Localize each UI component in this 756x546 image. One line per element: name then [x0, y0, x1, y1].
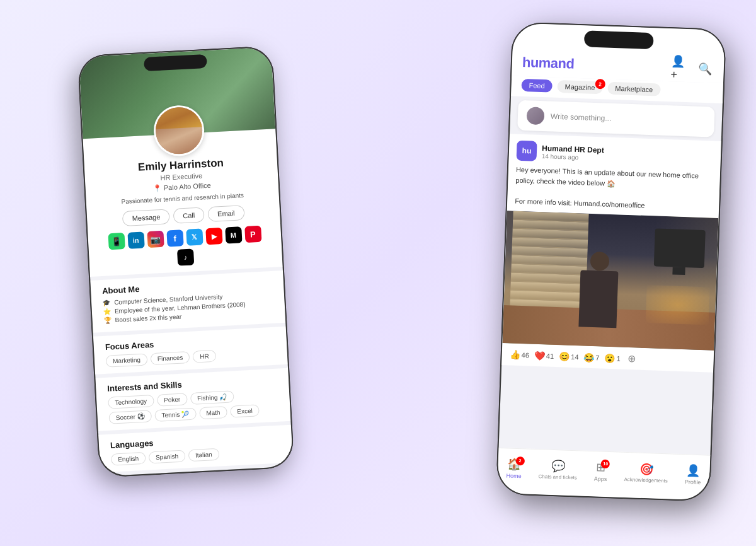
interests-tags: Technology Poker Fishing 🎣 Soccer ⚽ Tenn…	[108, 388, 279, 424]
facebook-icon[interactable]: f	[166, 229, 183, 247]
twitter-icon[interactable]: 𝕏	[186, 229, 203, 246]
header-icons: 👤+ 🔍	[670, 59, 714, 78]
call-button[interactable]: Call	[173, 207, 205, 224]
star-icon: ⭐	[103, 308, 112, 315]
user-avatar-write	[527, 107, 545, 125]
tiktok-icon[interactable]: ♪	[177, 248, 194, 265]
social-icons-list: 📱 in 📷 f 𝕏 ▶ M P ♪	[100, 225, 272, 270]
reaction-thumbs-up: 👍 46	[509, 349, 529, 360]
tab-marketplace[interactable]: Marketplace	[607, 82, 661, 96]
person-head	[590, 252, 609, 271]
pinterest-icon[interactable]: P	[244, 226, 261, 243]
search-icon[interactable]: 🔍	[696, 60, 714, 78]
about-me-section: About Me 🎓 Computer Science, Stanford Un…	[90, 270, 285, 333]
reaction-add-button[interactable]: ⊕	[627, 352, 636, 364]
instagram-icon[interactable]: 📷	[147, 231, 164, 248]
focus-areas-section: Focus Areas Marketing Finances HR	[93, 327, 288, 375]
reaction-wow: 😮 1	[604, 352, 621, 363]
tag-italian: Italian	[188, 448, 220, 462]
tab-feed[interactable]: Feed	[521, 79, 553, 93]
tag-english: English	[111, 452, 146, 466]
nav-apps-label: Apps	[594, 475, 607, 482]
side-button-vol-up-right-phone	[505, 138, 508, 176]
phone-left: Emily Harrinston HR Executive 📍 Palo Alt…	[77, 45, 295, 477]
whatsapp-icon[interactable]: 📱	[108, 233, 125, 250]
acknowledgements-icon: 🎯	[639, 462, 653, 477]
tag-math: Math	[199, 406, 227, 419]
tag-technology: Technology	[108, 395, 154, 409]
magazine-badge: 2	[595, 79, 605, 90]
post-image	[502, 211, 718, 351]
profile-scroll[interactable]: Emily Harrinston HR Executive 📍 Palo Alt…	[79, 47, 293, 476]
tag-spanish: Spanish	[149, 450, 186, 463]
nav-profile-label: Profile	[685, 479, 701, 485]
profile-icon: 👤	[686, 463, 701, 478]
tag-fishing: Fishing 🎣	[190, 390, 234, 405]
message-button[interactable]: Message	[122, 209, 170, 226]
tag-soccer: Soccer ⚽	[108, 410, 152, 424]
person-add-icon[interactable]: 👤+	[670, 59, 689, 77]
tag-marketing: Marketing	[106, 353, 148, 367]
location-pin-icon: 📍	[152, 184, 162, 192]
graduation-icon: 🎓	[103, 299, 111, 306]
post-text: Hey everyone! This is an update about ou…	[507, 164, 720, 218]
medium-icon[interactable]: M	[225, 226, 242, 243]
apps-badge: 10	[601, 459, 610, 468]
phone-right: humand 👤+ 🔍 Feed Magazine 2 Marketplace …	[496, 21, 726, 501]
nav-chats-label: Chats and tickets	[538, 473, 577, 480]
post-card: hu Humand HR Dept 14 hours ago Hey every…	[501, 134, 721, 373]
tab-magazine[interactable]: Magazine 2	[557, 80, 602, 94]
chat-icon: 💬	[551, 459, 566, 473]
nav-apps[interactable]: ⊞ 10 Apps	[594, 460, 608, 482]
nav-profile[interactable]: 👤 Profile	[685, 463, 702, 485]
tag-tennis: Tennis 🎾	[154, 407, 197, 421]
write-placeholder: Write something...	[551, 112, 612, 123]
languages-section: Languages English Spanish Italian	[98, 425, 293, 473]
side-button-mute	[79, 131, 83, 150]
dynamic-island-right	[584, 30, 654, 49]
linkedin-icon[interactable]: in	[127, 231, 144, 248]
tag-finances: Finances	[150, 351, 190, 365]
email-button[interactable]: Email	[208, 205, 245, 222]
nav-ack-label: Acknowledgements	[624, 477, 668, 484]
side-button-mute-right-phone	[506, 110, 509, 132]
tag-hr: HR	[193, 350, 216, 363]
tag-poker: Poker	[157, 393, 188, 406]
monitor	[654, 228, 706, 268]
youtube-icon[interactable]: ▶	[205, 228, 222, 245]
nav-home[interactable]: 🏠 2 Home	[506, 457, 522, 479]
profile-avatar	[152, 104, 205, 157]
nav-acknowledgements[interactable]: 🎯 Acknowledgements	[624, 462, 668, 484]
reaction-smile: 😊 14	[559, 351, 579, 362]
bottom-navigation: 🏠 2 Home 💬 Chats and tickets ⊞ 10 Apps 🎯…	[497, 448, 710, 501]
org-avatar: hu	[517, 141, 537, 161]
nav-chats[interactable]: 💬 Chats and tickets	[538, 458, 577, 480]
tag-excel: Excel	[230, 404, 260, 417]
reaction-heart: ❤️ 41	[534, 350, 554, 361]
side-button-power-right-phone	[720, 155, 724, 212]
trophy-icon: 🏆	[103, 317, 112, 324]
nav-home-label: Home	[506, 472, 521, 479]
app-logo: humand	[522, 54, 574, 73]
person-silhouette	[578, 270, 618, 328]
write-something-bar[interactable]: Write something...	[517, 100, 714, 137]
home-badge: 2	[515, 456, 524, 465]
reaction-laugh: 😂 7	[583, 352, 600, 363]
side-button-vol-down-right-phone	[503, 182, 507, 220]
interests-section: Interests and Skills Technology Poker Fi…	[95, 368, 290, 431]
profile-actions: Message Call Email	[98, 204, 269, 228]
